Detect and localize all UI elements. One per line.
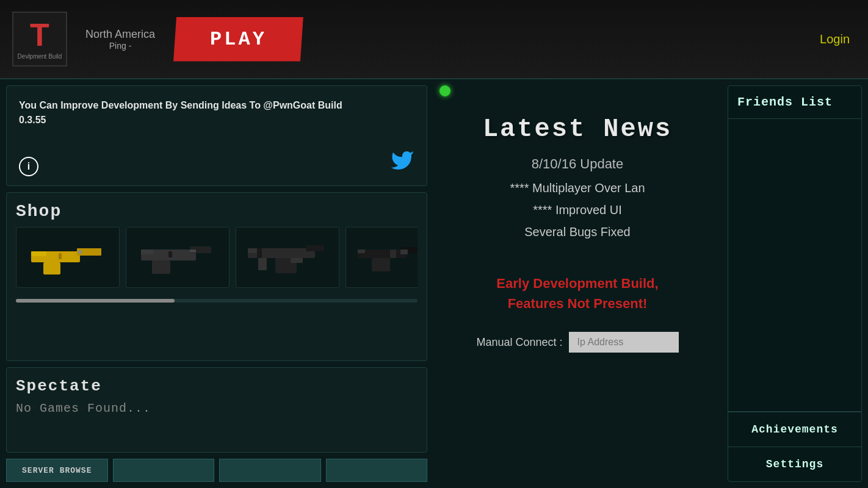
server-browse-button[interactable]: SERVER BROWSE (6, 459, 108, 482)
svg-rect-16 (258, 258, 267, 270)
shop-scrollbar-thumb (16, 299, 175, 303)
news-date: 8/10/16 Update (446, 156, 709, 172)
bottom-btn-2[interactable] (113, 459, 215, 482)
news-list: **** Multiplayer Over Lan **** Improved … (446, 177, 709, 243)
svg-rect-9 (141, 249, 153, 254)
svg-point-4 (78, 250, 82, 254)
main-area: You Can Improve Development By Sending I… (0, 79, 868, 488)
spectate-title: Spectate (16, 377, 418, 395)
svg-rect-24 (400, 249, 408, 254)
early-dev-message: Early Development Build,Features Not Pre… (496, 273, 658, 314)
status-indicator (433, 85, 450, 96)
server-name: North America (85, 28, 155, 41)
server-info: North America Ping - (85, 28, 155, 51)
svg-rect-10 (168, 251, 172, 257)
shop-items (16, 227, 418, 294)
bottom-btn-4[interactable] (326, 459, 428, 482)
ip-address-input[interactable] (569, 332, 679, 353)
svg-rect-17 (257, 248, 262, 258)
header: T Devlpment Build North America Ping - P… (0, 0, 868, 79)
friends-list-title: Friends List (728, 86, 861, 119)
info-message: You Can Improve Development By Sending I… (19, 98, 355, 127)
bottom-btn-3[interactable] (219, 459, 321, 482)
shop-box: Shop (6, 192, 427, 361)
svg-rect-22 (358, 249, 365, 253)
friends-list-content (728, 119, 861, 411)
left-panel: You Can Improve Development By Sending I… (6, 85, 427, 482)
news-item-bugs: Several Bugs Fixed (446, 221, 709, 243)
right-bottom-buttons: Achievements Settings (728, 411, 861, 481)
logo-subtitle: Devlpment Build (18, 53, 62, 60)
news-item-ui: **** Improved UI (446, 199, 709, 221)
svg-rect-23 (390, 249, 396, 258)
status-dot (439, 85, 450, 96)
no-games-label: No Games Found... (16, 401, 418, 415)
svg-rect-8 (152, 260, 170, 274)
login-button[interactable]: Login (820, 32, 850, 46)
middle-panel: Latest News 8/10/16 Update **** Multipla… (433, 85, 722, 482)
achievements-button[interactable]: Achievements (728, 412, 861, 447)
info-icon[interactable]: i (19, 157, 38, 176)
svg-rect-15 (248, 248, 257, 253)
shop-item-shotgun[interactable] (345, 227, 418, 288)
svg-rect-2 (43, 262, 60, 274)
svg-rect-18 (291, 258, 303, 263)
server-ping: Ping - (85, 41, 155, 51)
svg-rect-3 (31, 251, 46, 256)
svg-rect-5 (59, 253, 62, 259)
shop-item-black-pistol[interactable] (126, 227, 230, 288)
shop-item-smg[interactable] (236, 227, 339, 288)
bottom-buttons: SERVER BROWSE (6, 459, 427, 482)
svg-rect-21 (372, 258, 390, 271)
shop-title: Shop (16, 202, 418, 221)
spectate-box: Spectate No Games Found... (6, 367, 427, 453)
news-title: Latest News (446, 115, 709, 144)
right-panel: Friends List Achievements Settings (728, 85, 862, 482)
logo-letter: T (30, 19, 49, 51)
news-item-multiplayer: **** Multiplayer Over Lan (446, 177, 709, 199)
logo-box: T Devlpment Build (12, 12, 67, 66)
settings-button[interactable]: Settings (728, 447, 861, 481)
manual-connect: Manual Connect : (476, 332, 678, 353)
svg-rect-13 (306, 245, 324, 251)
play-button[interactable]: PLAY (173, 17, 303, 62)
svg-rect-11 (190, 249, 196, 253)
manual-connect-label: Manual Connect : (476, 336, 562, 349)
info-box: You Can Improve Development By Sending I… (6, 85, 427, 186)
shop-item-gold-pistol[interactable] (16, 227, 120, 288)
twitter-icon[interactable] (390, 148, 414, 178)
news-box: Latest News 8/10/16 Update **** Multipla… (433, 102, 722, 255)
shop-scrollbar[interactable] (16, 299, 418, 303)
